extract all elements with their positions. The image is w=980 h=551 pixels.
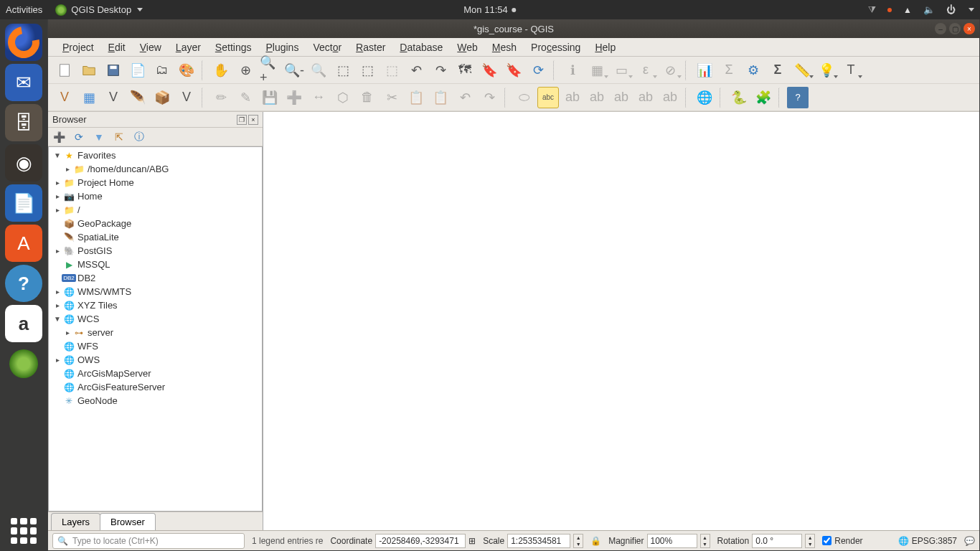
lock-scale-icon[interactable]: 🔒 [590,536,601,546]
expand-icon[interactable]: ▸ [53,356,62,364]
filter-browser-button[interactable]: ▼ [93,131,105,143]
expand-icon[interactable]: ▸ [53,192,62,200]
collapse-all-button[interactable]: ⇱ [113,131,126,143]
tree-item[interactable]: ▸📁Project Home [49,176,262,189]
menu-help[interactable]: Help [588,38,623,56]
network-icon[interactable]: ▲ [903,5,912,15]
extents-toggle-icon[interactable]: ⊞ [468,536,476,546]
browser-tree[interactable]: ▼★Favorites▸📁/home/duncan/ABG▸📁Project H… [48,146,263,512]
ubuntu-software-icon[interactable]: A [5,225,42,262]
minimize-button[interactable]: – [935,23,946,34]
messages-icon[interactable]: 💬 [964,536,975,546]
render-checkbox[interactable] [822,536,831,545]
tree-item[interactable]: ▶MSSQL [49,258,262,271]
volume-icon[interactable]: 🔈 [923,4,935,15]
python-console-button[interactable]: 🐍 [728,87,750,108]
rotation-input[interactable] [752,534,802,548]
firefox-icon[interactable] [5,24,42,61]
expand-icon[interactable] [53,220,62,227]
show-bookmarks-button[interactable]: 🔖 [503,60,524,81]
expand-icon[interactable]: ▸ [53,179,62,187]
menu-edit[interactable]: Edit [101,38,133,56]
expand-icon[interactable]: ▼ [53,315,62,323]
tree-item[interactable]: ▸🌐OWS [49,353,262,367]
pan-button[interactable]: ✋ [210,60,232,81]
menu-web[interactable]: Web [450,38,485,56]
refresh-browser-button[interactable]: ⟳ [72,131,85,143]
plugin-button[interactable]: 🧩 [753,87,774,108]
new-geopackage-button[interactable]: 📦 [151,87,173,108]
amazon-icon[interactable]: a [5,305,42,342]
menu-view[interactable]: View [133,38,169,56]
help-button[interactable]: ? [787,87,809,108]
expand-icon[interactable] [53,369,62,377]
add-raster-layer-button[interactable]: ▦ [78,87,100,108]
zoom-full-button[interactable]: ⬚ [332,60,354,81]
expand-icon[interactable] [53,397,62,405]
close-button[interactable]: × [963,23,975,34]
zoom-out-button[interactable]: 🔍- [283,60,305,81]
tree-item[interactable]: ▸⊶server [49,326,262,339]
menu-project[interactable]: Project [55,38,101,56]
expand-icon[interactable]: ▸ [63,165,72,173]
zoom-in-button[interactable]: 🔍+ [259,60,281,81]
label-button[interactable]: abc [537,87,559,108]
clock[interactable]: Mon 11:54 [463,4,507,15]
annotation-button[interactable]: T [840,60,862,81]
expand-icon[interactable] [53,274,62,282]
new-spatialite-button[interactable]: 🪶 [127,87,149,108]
scale-input[interactable] [507,534,570,548]
expand-icon[interactable] [53,260,62,268]
show-applications-icon[interactable] [11,518,37,544]
open-project-button[interactable] [78,60,100,81]
activities-button[interactable]: Activities [6,4,42,15]
new-shapefile-button[interactable]: V [103,87,124,108]
zoom-last-button[interactable]: ↶ [405,60,427,81]
coordinate-input[interactable] [375,534,466,548]
map-tips-button[interactable]: 💡 [816,60,837,81]
new-print-layout-button[interactable]: 📄 [127,60,149,81]
expand-icon[interactable] [53,233,62,241]
panel-undock-button[interactable]: ❐ [237,115,247,125]
menu-plugins[interactable]: Plugins [258,38,306,56]
qgis-launcher-icon[interactable] [5,345,42,382]
add-vector-layer-button[interactable]: V [54,87,75,108]
power-icon[interactable]: ⏻ [946,4,956,15]
menu-raster[interactable]: Raster [349,38,392,56]
tree-item[interactable]: ▸📷Home [49,189,262,203]
expand-icon[interactable]: ▸ [53,301,62,309]
tree-item[interactable]: 🪶SpatiaLite [49,230,262,244]
tree-item[interactable]: ▸🐘PostGIS [49,244,262,258]
zoom-selection-button[interactable]: ⬚ [357,60,378,81]
new-virtual-layer-button[interactable]: V [176,87,197,108]
expand-icon[interactable]: ▸ [63,329,72,336]
thunderbird-icon[interactable]: ✉ [5,64,42,101]
expand-icon[interactable] [53,383,62,391]
menu-settings[interactable]: Settings [208,38,259,56]
style-manager-button[interactable]: 🎨 [176,60,197,81]
tree-item[interactable]: ▼★Favorites [49,149,262,162]
sigma-button[interactable]: Σ [767,60,788,81]
help-icon[interactable]: ? [5,265,42,302]
tree-item[interactable]: 🌐ArcGisFeatureServer [49,380,262,394]
properties-button[interactable]: ⓘ [133,131,146,143]
tree-item[interactable]: 🌐ArcGisMapServer [49,367,262,380]
save-project-button[interactable] [103,60,124,81]
map-canvas[interactable] [263,112,979,530]
magnifier-input[interactable] [647,534,697,548]
crs-label[interactable]: EPSG:3857 [912,536,957,546]
tree-item[interactable]: ▸🌐XYZ Tiles [49,298,262,312]
files-icon[interactable]: 🗄 [5,104,42,141]
zoom-next-button[interactable]: ↷ [430,60,451,81]
app-menu[interactable]: QGIS Desktop [55,4,143,16]
tree-item[interactable]: ▸🌐WMS/WMTS [49,285,262,298]
tree-item[interactable]: ✳GeoNode [49,394,262,408]
pan-to-selection-button[interactable]: ⊕ [235,60,256,81]
panel-close-button[interactable]: × [248,115,258,125]
tree-item[interactable]: ▸📁/ [49,203,262,217]
add-layer-button[interactable]: ➕ [52,131,65,143]
libreoffice-writer-icon[interactable]: 📄 [5,184,42,222]
new-map-view-button[interactable]: 🗺 [454,60,476,81]
locator-input[interactable]: 🔍 Type to locate (Ctrl+K) [52,533,245,549]
menu-database[interactable]: Database [392,38,450,56]
